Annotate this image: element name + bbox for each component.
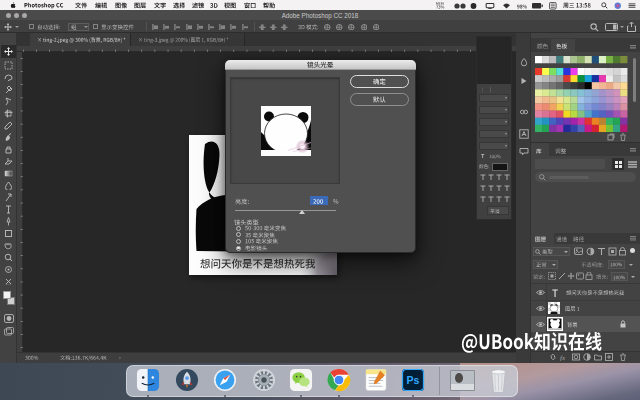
svg-text:Ps: Ps xyxy=(406,374,419,386)
